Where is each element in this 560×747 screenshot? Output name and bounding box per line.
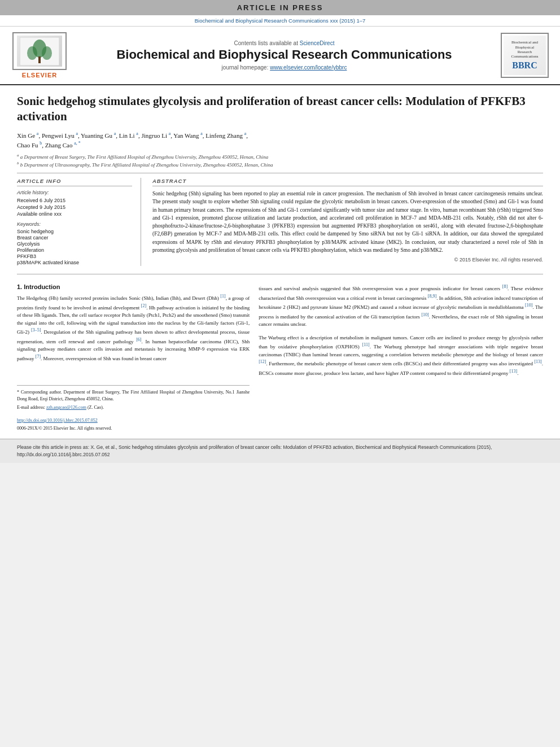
keyword-3: Glycolysis (17, 241, 132, 247)
intro-left-para: The Hedgehog (Hh) family secreted protei… (17, 293, 250, 362)
intro-right-para1: tissues and survival analysis suggested … (259, 283, 543, 329)
intro-heading: 1. Introduction (17, 283, 250, 290)
doi-link[interactable]: http://dx.doi.org/10.1016/j.bbrc.2015.07… (17, 418, 98, 423)
top-banner-text: ARTICLE IN PRESS (237, 3, 323, 12)
info-abstract-section: ARTICLE INFO Article history: Received 6… (17, 178, 543, 266)
bbrc-logo: Biochemical andBiophysicalResearchCommun… (501, 33, 549, 78)
keywords-label: Keywords: (17, 221, 132, 227)
intro-right-col: tissues and survival analysis suggested … (259, 283, 543, 432)
intro-left-col: 1. Introduction The Hedgehog (Hh) family… (17, 283, 250, 432)
bottom-citation-box: Please cite this article in press as: X.… (0, 439, 560, 463)
bottom-citation-text: Please cite this article in press as: X.… (17, 444, 492, 457)
intro-section: 1. Introduction The Hedgehog (Hh) family… (0, 277, 560, 439)
affil-b: b b Department of Ultrasonography, The F… (17, 161, 543, 169)
affil-a: a a Department of Breast Surgery, The Fi… (17, 153, 543, 161)
footnote-corresponding: * Corresponding author. Department of Br… (17, 389, 250, 403)
journal-center: Contents lists available at ScienceDirec… (73, 40, 495, 70)
journal-title: Biochemical and Biophysical Research Com… (73, 47, 495, 62)
svg-rect-4 (38, 56, 41, 63)
keyword-1: Sonic hedgehog (17, 229, 132, 234)
footnote-email: E-mail address: zzh.angcao@126.com (Z. C… (17, 404, 250, 411)
elsevier-logo: ELSEVIER (11, 32, 68, 78)
article-title: Sonic hedgehog stimulates glycolysis and… (17, 94, 543, 125)
affiliations: a a Department of Breast Surgery, The Fi… (17, 153, 543, 168)
abstract-label: ABSTRACT (152, 178, 543, 186)
footnote-doi: http://dx.doi.org/10.1016/j.bbrc.2015.07… (17, 414, 250, 424)
svg-point-2 (27, 46, 37, 60)
received-date: Received 6 July 2015 (17, 198, 132, 203)
journal-homepage-link[interactable]: www.elsevier.com/locate/ybbrc (270, 64, 347, 71)
top-banner: ARTICLE IN PRESS (0, 0, 560, 15)
footnotes-inline: * Corresponding author. Department of Br… (17, 385, 250, 432)
sciencedirect-link[interactable]: ScienceDirect (300, 40, 335, 46)
abstract-col: ABSTRACT Sonic hedgehog (Shh) signaling … (152, 178, 543, 266)
copyright-line: © 2015 Elsevier Inc. All rights reserved… (152, 257, 543, 263)
bbrc-logo-image: Biochemical andBiophysicalResearchCommun… (504, 36, 546, 75)
divider-1 (17, 173, 543, 173)
journal-header: ELSEVIER Contents lists available at Sci… (0, 27, 560, 85)
keyword-4: Proliferation (17, 247, 132, 253)
divider-2 (17, 274, 543, 274)
elsevier-logo-image (17, 36, 62, 67)
contents-line: Contents lists available at ScienceDirec… (73, 40, 495, 46)
citation-text: Biochemical and Biophysical Research Com… (195, 18, 366, 24)
email-label: E-mail address: (17, 405, 45, 410)
bbrc-letters: BBRC (512, 60, 537, 71)
article-info-col: ARTICLE INFO Article history: Received 6… (17, 178, 141, 266)
accepted-date: Accepted 9 July 2015 (17, 204, 132, 210)
article-info-label: ARTICLE INFO (17, 178, 132, 186)
elsevier-box (12, 32, 67, 70)
history-label: Article history: (17, 190, 132, 195)
page-wrapper: ARTICLE IN PRESS Biochemical and Biophys… (0, 0, 560, 463)
keyword-6: p38/MAPK activated kinase (17, 260, 132, 265)
keyword-5: PFKFB3 (17, 254, 132, 259)
elsevier-text: ELSEVIER (22, 72, 57, 78)
journal-homepage: journal homepage: www.elsevier.com/locat… (73, 64, 495, 71)
authors-line: Xin Ge a, Pengwei Lyu a, Yuanting Gu a, … (17, 130, 543, 150)
available-online: Available online xxx (17, 211, 132, 217)
intro-right-para2: The Warburg effect is a description of m… (259, 334, 543, 378)
abstract-text: Sonic hedgehog (Shh) signaling has been … (152, 190, 543, 254)
article-body: Sonic hedgehog stimulates glycolysis and… (0, 85, 560, 272)
svg-point-3 (42, 46, 52, 60)
keyword-2: Breast cancer (17, 235, 132, 241)
email-recipient: (Z. Cao). (88, 405, 104, 410)
bbrc-box: Biochemical andBiophysicalResearchCommun… (501, 33, 549, 78)
citation-line: Biochemical and Biophysical Research Com… (0, 15, 560, 27)
email-link[interactable]: zzh.angcao@126.com (46, 405, 86, 410)
footnote-issn: 0006-291X/© 2015 Elsevier Inc. All right… (17, 425, 250, 432)
